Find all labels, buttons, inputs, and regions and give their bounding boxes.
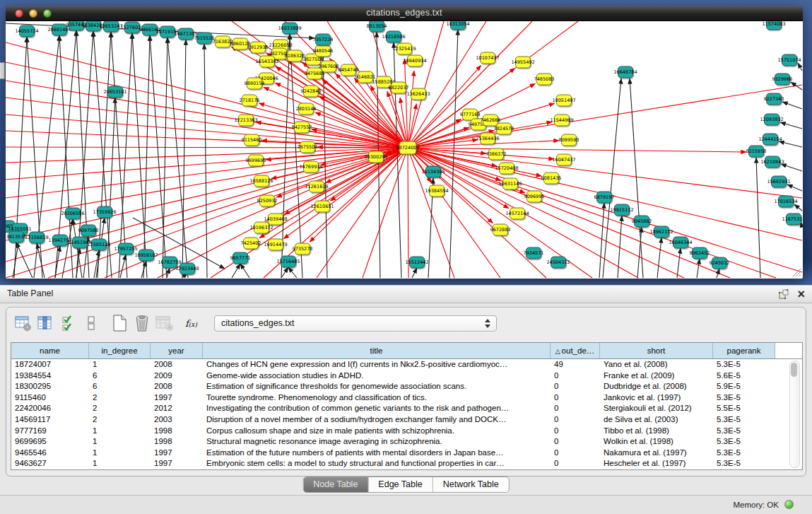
table-scrollbar-thumb[interactable] [791,363,797,377]
table-panel: Table Panel × [0,285,812,495]
graph-node-label: 18300295 [364,154,387,160]
graph-edge [6,115,408,148]
deselect-all-button[interactable] [81,314,100,332]
select-all-button[interactable] [59,314,78,332]
show-columns-button[interactable] [36,314,55,332]
cell-year: 2008 [151,381,203,392]
table-row[interactable]: 969969511998Structural magnetic resonanc… [11,436,802,448]
graph-node-label: 14955492 [511,59,534,65]
cell-in_degree: 1 [89,458,151,469]
table-settings-button[interactable] [13,314,33,332]
close-panel-icon[interactable]: × [797,286,805,302]
graph-node-label: 18724007 [396,145,419,151]
cell-short: Hescheler et al. (1997) [600,458,713,469]
graph-node-label: 16914479 [264,242,287,247]
cell-out_degree: 0 [551,381,600,392]
graph-node-label: 8186328 [285,53,305,59]
graph-node-label: 10196372 [249,225,273,230]
graph-node-label: 14055724 [15,28,38,34]
tab-edge-table[interactable]: Edge Table [367,477,432,492]
delete-column-button-disabled [155,314,174,332]
window-titlebar[interactable]: citations_edges.txt [6,6,803,21]
column-header-short[interactable]: short [600,343,713,358]
graph-edge [204,44,207,278]
table-row[interactable]: 946554611997Estimation of the future num… [11,448,802,459]
graph-node-label: 16046344 [669,240,692,245]
graph-edge [603,78,621,278]
tab-network-table[interactable]: Network Table [433,477,509,492]
cell-year: 2012 [151,403,203,414]
cell-title: Embryonic stem cells: a model to study s… [203,458,551,469]
cell-in_degree: 1 [89,359,151,370]
table-select-dropdown[interactable]: citations_edges.txt [214,315,497,332]
graph-node-label: 8962452 [690,250,710,256]
table-row[interactable]: 2242004622012Investigating the contribut… [11,403,802,414]
graph-node-label: 9227343 [764,96,784,102]
graph-node-label: 7515526 [194,35,215,41]
graph-node-label: 15692931 [767,179,790,185]
cell-in_degree: 1 [89,426,151,437]
table-row[interactable]: 911546021997Tourette syndrome. Phenomeno… [11,392,802,404]
resize-grip[interactable] [790,266,801,277]
table-tabs: Node TableEdge TableNetwork Table [302,477,509,493]
cell-short: Nakamura et al. (1997) [600,448,713,459]
cell-short: Franke et al. (2009) [600,370,713,382]
graph-edge [408,148,408,278]
cell-out_degree: 0 [551,426,600,437]
graph-node-label: 9115460 [242,137,262,143]
graph-node-label: 15134305 [421,169,445,175]
table-row[interactable]: 977716911998Corpus callosum shape and si… [11,426,802,437]
column-header-in_degree[interactable]: in_degree [89,343,151,358]
graph-node-label: 9329966 [772,76,793,82]
cell-year: 1997 [151,448,203,459]
create-table-button[interactable] [110,314,129,332]
cell-year: 1997 [151,458,203,469]
delete-table-button[interactable] [132,314,151,332]
graph-node-label: 15751074 [777,57,801,63]
graph-node-label: 8250932 [257,198,278,204]
graph-edge [6,42,408,148]
cell-out_degree: 0 [551,436,600,448]
cell-title: Estimation of significance thresholds fo… [203,381,551,392]
graph-node-label: 7462666 [481,117,501,123]
graph-node-label: 17957255 [114,246,137,252]
graph-node-label: 6081435 [541,175,562,181]
graph-edge [281,267,288,278]
cell-pagerank: 5.3E-5 [713,448,775,459]
graph-node-label: 12093832 [760,117,783,122]
table-row[interactable]: 946362711997Embryonic stem cells: a mode… [11,458,802,469]
cell-year: 1998 [151,436,203,448]
graph-node-label: 20653101 [103,89,126,95]
graph-edge [798,63,802,71]
cell-in_degree: 2 [89,403,151,414]
function-builder-icon[interactable]: f(x) [182,314,201,332]
graph-node-label: 16047437 [552,157,575,163]
graph-node-label: 17359926 [93,209,116,215]
graph-node-label: 12444154 [758,136,782,142]
graph-node-label: 9480546 [313,48,334,54]
table-row[interactable]: 1872400712008Changes of HCN gene express… [11,359,802,370]
column-header-year[interactable]: year [151,343,203,358]
graph-edge [232,264,240,278]
column-header-pagerank[interactable]: pagerank [713,343,775,358]
table-row[interactable]: 1830029562008Estimation of significance … [11,381,802,392]
column-header-out_degree[interactable]: △out_de… [551,343,600,358]
float-panel-icon[interactable] [779,289,789,299]
graph-node-label: 7485083 [534,76,555,82]
graph-node-label: 9096995 [524,194,545,199]
cell-name: 22420046 [11,403,89,414]
column-header-name[interactable]: name [11,343,89,358]
table-scrollbar[interactable] [789,361,800,468]
column-header-title[interactable]: title [203,343,551,358]
cell-out_degree: 0 [551,370,600,382]
cell-name: 18300295 [11,381,89,392]
tab-node-table[interactable]: Node Table [303,477,367,492]
graph-node-label: 16543382 [255,59,278,64]
cell-short: Wolkin et al. (1998) [600,436,713,448]
table-row[interactable]: 1938455462009Genome-wide association stu… [11,370,802,382]
network-canvas[interactable]: 1872400771638228860128891293623226058382… [6,21,803,279]
cell-title: Corpus callosum shape and size in male p… [203,426,551,437]
network-view[interactable]: 1872400771638228860128891293623226058382… [6,21,803,279]
network-view-window: citations_edges.txt 18724007716382288601… [6,6,803,278]
table-row[interactable]: 1456911722003Disruption of a novel membe… [11,414,802,426]
